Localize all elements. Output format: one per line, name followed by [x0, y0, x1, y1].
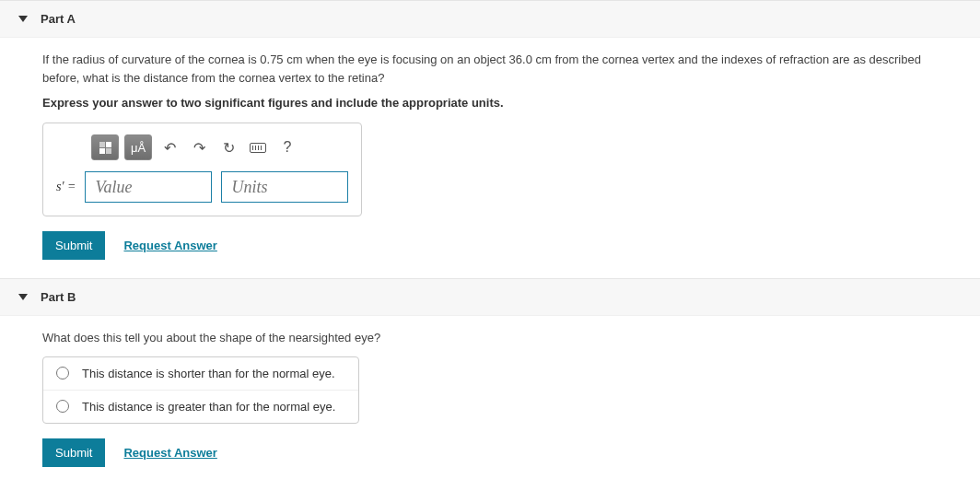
mc-box: This distance is shorter than for the no…: [42, 356, 359, 424]
part-b-title: Part B: [41, 290, 76, 304]
part-a-question: If the radius of curvature of the cornea…: [42, 51, 938, 87]
part-b-body: What does this tell you about the shape …: [0, 316, 980, 485]
part-a: Part A If the radius of curvature of the…: [0, 0, 980, 278]
keyboard-button[interactable]: [246, 134, 270, 160]
part-a-body: If the radius of curvature of the cornea…: [0, 38, 980, 278]
part-b-header[interactable]: Part B: [0, 279, 980, 316]
collapse-icon: [18, 294, 28, 300]
value-input[interactable]: [85, 171, 212, 203]
radio-input[interactable]: [56, 367, 69, 379]
variable-label: s' =: [56, 180, 76, 194]
template-icon: [97, 139, 114, 157]
help-button[interactable]: ?: [275, 134, 299, 160]
input-row: s' =: [56, 171, 348, 203]
mc-option[interactable]: This distance is shorter than for the no…: [43, 357, 358, 390]
units-picker-button[interactable]: μÅ: [124, 134, 152, 160]
part-a-header[interactable]: Part A: [0, 1, 980, 38]
redo-icon: ↷: [193, 139, 205, 157]
part-a-instruction: Express your answer to two significant f…: [42, 96, 938, 110]
keyboard-icon: [250, 143, 266, 153]
submit-button[interactable]: Submit: [42, 438, 105, 467]
part-b-question: What does this tell you about the shape …: [42, 329, 938, 347]
units-picker-label: μÅ: [131, 141, 146, 155]
answer-box: μÅ ↶ ↷ ↻ ? s' =: [42, 123, 362, 216]
answer-toolbar: μÅ ↶ ↷ ↻ ?: [91, 134, 348, 160]
part-a-actions: Submit Request Answer: [42, 231, 938, 260]
part-b: Part B What does this tell you about the…: [0, 278, 980, 485]
redo-button[interactable]: ↷: [187, 134, 211, 160]
radio-input[interactable]: [56, 400, 69, 413]
request-answer-link[interactable]: Request Answer: [123, 446, 216, 460]
mc-option-label[interactable]: This distance is shorter than for the no…: [82, 367, 335, 380]
help-icon: ?: [284, 139, 292, 156]
undo-button[interactable]: ↶: [158, 134, 181, 160]
template-button[interactable]: [91, 134, 119, 160]
reset-button[interactable]: ↻: [216, 134, 240, 160]
undo-icon: ↶: [164, 139, 176, 157]
mc-option[interactable]: This distance is greater than for the no…: [43, 390, 358, 423]
collapse-icon: [18, 16, 28, 22]
mc-option-label[interactable]: This distance is greater than for the no…: [82, 400, 335, 414]
reset-icon: ↻: [223, 139, 235, 157]
submit-button[interactable]: Submit: [42, 231, 105, 260]
units-input[interactable]: [221, 171, 348, 203]
request-answer-link[interactable]: Request Answer: [123, 239, 216, 252]
part-a-title: Part A: [41, 12, 76, 26]
part-b-actions: Submit Request Answer: [42, 438, 938, 467]
